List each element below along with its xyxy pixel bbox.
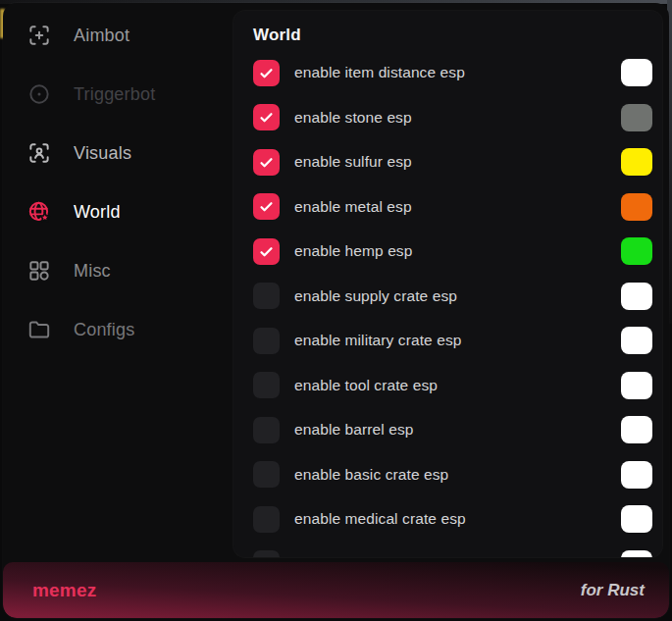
sidebar-item-misc[interactable]: Misc xyxy=(3,251,231,290)
esp-option-row: enable item distance esp xyxy=(233,59,662,86)
esp-option-label: enable basic crate esp xyxy=(294,466,448,484)
cheat-menu-window: Aimbot Triggerbot Visuals World Misc Con… xyxy=(3,3,669,618)
sidebar-item-label: Triggerbot xyxy=(74,84,155,105)
esp-option-label: enable hemp esp xyxy=(294,242,412,260)
panel-title: World xyxy=(253,25,662,46)
crosshair-scan-icon xyxy=(26,23,52,48)
sidebar-item-aimbot[interactable]: Aimbot xyxy=(3,16,231,55)
esp-option-row: enable basic crate esp xyxy=(233,461,662,489)
esp-color-swatch[interactable] xyxy=(621,237,652,265)
footer-bar: memez for Rust xyxy=(3,562,669,618)
esp-checkbox[interactable] xyxy=(253,372,280,398)
esp-option-row: enable tool crate esp xyxy=(233,372,662,399)
esp-option-label: enable sulfur esp xyxy=(294,153,412,171)
esp-color-swatch[interactable] xyxy=(621,193,652,221)
esp-checkbox[interactable] xyxy=(253,238,280,265)
circle-dot-icon xyxy=(26,81,52,107)
esp-option-list: enable item distance esp enable stone es… xyxy=(233,59,662,557)
esp-color-swatch[interactable] xyxy=(621,461,652,489)
esp-checkbox[interactable] xyxy=(253,417,280,443)
sidebar-item-world[interactable]: World xyxy=(3,192,231,232)
esp-checkbox[interactable] xyxy=(253,550,280,557)
esp-color-swatch[interactable] xyxy=(621,59,652,86)
esp-color-swatch[interactable] xyxy=(621,550,652,558)
esp-checkbox[interactable] xyxy=(253,328,280,354)
esp-checkbox[interactable] xyxy=(253,104,280,130)
person-scan-icon xyxy=(26,140,52,166)
esp-checkbox[interactable] xyxy=(253,506,280,533)
globe-star-icon xyxy=(26,199,52,225)
brand-name: memez xyxy=(32,580,96,601)
product-tagline: for Rust xyxy=(581,581,645,600)
esp-option-row: enable medical crate esp xyxy=(233,505,662,533)
esp-option-row: enable barrel esp xyxy=(233,416,662,443)
esp-color-swatch[interactable] xyxy=(621,416,652,443)
esp-option-label: enable item distance esp xyxy=(294,64,465,81)
sidebar-item-label: Configs xyxy=(74,320,134,340)
esp-option-row: enable stone esp xyxy=(233,104,662,131)
esp-option-row xyxy=(233,550,662,558)
esp-option-row: enable sulfur esp xyxy=(233,148,662,176)
esp-option-label: enable medical crate esp xyxy=(294,510,466,528)
sidebar-item-label: Aimbot xyxy=(74,26,129,46)
esp-checkbox[interactable] xyxy=(253,193,280,220)
esp-option-row: enable metal esp xyxy=(233,193,662,221)
esp-option-label: enable supply crate esp xyxy=(294,287,457,305)
sidebar-item-triggerbot[interactable]: Triggerbot xyxy=(3,75,231,114)
esp-option-row: enable military crate esp xyxy=(233,327,662,354)
esp-checkbox[interactable] xyxy=(253,461,280,488)
esp-option-row: enable hemp esp xyxy=(233,237,662,265)
esp-color-swatch[interactable] xyxy=(621,104,652,131)
sidebar-item-label: World xyxy=(74,202,121,223)
esp-color-swatch[interactable] xyxy=(621,283,652,310)
esp-color-swatch[interactable] xyxy=(621,372,652,399)
esp-option-label: enable stone esp xyxy=(294,109,412,127)
esp-checkbox[interactable] xyxy=(253,149,280,176)
esp-checkbox[interactable] xyxy=(253,283,280,309)
esp-option-label: enable tool crate esp xyxy=(294,377,438,394)
esp-option-row: enable supply crate esp xyxy=(233,283,662,310)
sidebar-item-label: Misc xyxy=(74,261,111,282)
folder-icon xyxy=(26,317,52,342)
esp-option-label: enable metal esp xyxy=(294,198,412,216)
esp-color-swatch[interactable] xyxy=(621,327,652,354)
esp-option-label: enable military crate esp xyxy=(294,332,462,349)
esp-color-swatch[interactable] xyxy=(621,505,652,533)
esp-checkbox[interactable] xyxy=(253,60,280,86)
esp-option-label: enable barrel esp xyxy=(294,421,413,439)
sidebar-item-visuals[interactable]: Visuals xyxy=(3,133,231,173)
esp-color-swatch[interactable] xyxy=(621,148,652,176)
grid-shapes-icon xyxy=(26,258,52,284)
sidebar-item-label: Visuals xyxy=(74,143,131,164)
sidebar-item-configs[interactable]: Configs xyxy=(3,310,231,349)
world-settings-panel: World enable item distance esp enable st… xyxy=(233,11,662,557)
sidebar: Aimbot Triggerbot Visuals World Misc Con… xyxy=(3,3,231,369)
